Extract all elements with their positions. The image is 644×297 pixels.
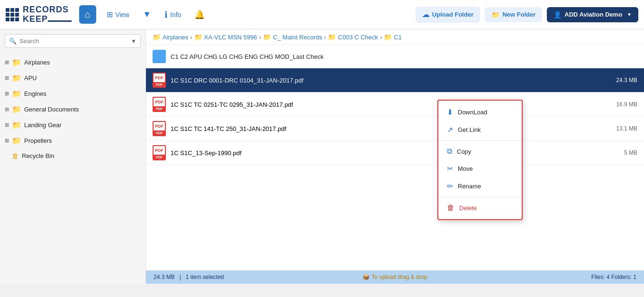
folder-icon: 📁 — [12, 136, 21, 145]
sidebar-item-label: APU — [24, 74, 37, 82]
header-right: ☁ Upload Folder 📁 New Folder 👤 ADD Aviat… — [416, 7, 638, 23]
pdf-icon: PDF PDF — [153, 73, 166, 88]
folder-name: C1 C2 APU CHG LG CHG ENG CHG MOD_Last Ch… — [171, 53, 324, 60]
sidebar: 🔍 ▼ ⊞ 📁 Airplanes ⊞ 📁 APU ⊞ 📁 Engines ⊞ — [0, 29, 146, 284]
expand-icon: ⊞ — [5, 122, 9, 128]
pdf-stripe: PDF — [154, 106, 165, 111]
context-get-link[interactable]: ↗ Get Link — [438, 121, 522, 139]
logo-area: RECORDS KEEP▬▬▬▬▬ — [6, 5, 72, 24]
expand-icon: ⊞ — [5, 138, 9, 144]
context-delete[interactable]: 🗑 Delete — [438, 199, 522, 216]
upload-label: Upload Folder — [432, 11, 473, 18]
upload-folder-button[interactable]: ☁ Upload Folder — [416, 7, 480, 23]
folder-icon: 📁 — [328, 33, 336, 41]
new-folder-button[interactable]: 📁 New Folder — [485, 7, 542, 22]
logo-text: RECORDS KEEP▬▬▬▬▬ — [23, 5, 72, 24]
breadcrumb-c003[interactable]: 📁 C003 C Check — [328, 33, 378, 41]
info-button[interactable]: ℹ Info — [162, 8, 184, 22]
home-button[interactable]: ⌂ — [79, 5, 96, 24]
sidebar-item-propellers[interactable]: ⊞ 📁 Propellers — [0, 133, 145, 148]
filter-button[interactable]: ▼ — [140, 8, 154, 21]
notification-button[interactable]: 🔔 — [191, 8, 208, 22]
search-bar[interactable]: 🔍 ▼ — [5, 34, 141, 48]
file-name: 1C S1C_13-Sep-1990.pdf — [171, 149, 619, 157]
file-name: 1C S1C TC 0251-TC 0295_31-JAN-2017.pdf — [171, 101, 611, 108]
status-upload-hint: 📦 To upload drag & drop — [363, 274, 427, 280]
chevron-down-icon: ▼ — [627, 12, 632, 17]
file-size: 24.3 MB — [616, 77, 637, 84]
layout: 🔍 ▼ ⊞ 📁 Airplanes ⊞ 📁 APU ⊞ 📁 Engines ⊞ — [0, 29, 644, 284]
bell-icon: 🔔 — [194, 9, 205, 20]
context-download-label: DownLoad — [458, 109, 487, 116]
view-icon: ⊞ — [107, 10, 113, 19]
new-folder-label: New Folder — [502, 11, 535, 18]
upload-hint-icon: 📦 — [363, 274, 370, 280]
sidebar-item-label: Propellers — [24, 137, 52, 144]
download-icon: ⬇ — [447, 108, 453, 117]
breadcrumb-label: Airplanes — [163, 34, 188, 41]
sidebar-item-general-docs[interactable]: ⊞ 📁 General Documents — [0, 102, 145, 117]
copy-icon: ⧉ — [447, 147, 452, 156]
breadcrumb-label: XA-VLC MSN 5996 — [204, 34, 257, 41]
file-name: 1C S1C TC 141-TC 250_31-JAN-2017.pdf — [171, 125, 611, 132]
sidebar-item-engines[interactable]: ⊞ 📁 Engines — [0, 86, 145, 102]
breadcrumb-airplanes[interactable]: 📁 Airplanes — [153, 33, 188, 41]
add-demo-label: ADD Aviation Demo — [564, 11, 622, 18]
context-get-link-label: Get Link — [458, 126, 481, 133]
upload-icon: ☁ — [422, 10, 429, 19]
move-icon: ✂ — [447, 164, 453, 173]
view-button[interactable]: ⊞ View — [104, 8, 132, 21]
context-delete-label: Delete — [459, 204, 477, 212]
folder-icon: 📁 — [384, 33, 392, 41]
folder-header: C1 C2 APU CHG LG CHG ENG CHG MOD_Last Ch… — [146, 45, 644, 68]
file-size: 5 MB — [624, 149, 637, 156]
context-copy[interactable]: ⧉ Copy — [438, 143, 522, 160]
status-files-folders: Files: 4 Folders: 1 — [591, 274, 636, 280]
folder-icon: 📁 — [153, 33, 161, 41]
breadcrumb-sep: › — [190, 34, 192, 41]
sidebar-item-apu[interactable]: ⊞ 📁 APU — [0, 70, 145, 86]
folder-icon: 📁 — [12, 121, 21, 130]
context-copy-label: Copy — [457, 148, 471, 155]
add-demo-button[interactable]: 👤 ADD Aviation Demo ▼ — [547, 7, 638, 22]
search-input[interactable] — [19, 37, 128, 45]
sidebar-item-recycle-bin[interactable]: ⊞ 🗑 Recycle Bin — [0, 148, 145, 163]
context-move[interactable]: ✂ Move — [438, 160, 522, 177]
file-row[interactable]: PDF PDF 1C S1C TC 141-TC 250_31-JAN-2017… — [146, 117, 644, 141]
breadcrumb-label: C1 — [394, 34, 402, 41]
breadcrumb-sep: › — [324, 34, 326, 41]
context-rename[interactable]: ✏ Rename — [438, 177, 522, 195]
breadcrumb-c1[interactable]: 📁 C1 — [384, 33, 402, 41]
pdf-icon: PDF PDF — [153, 97, 166, 112]
breadcrumb-c-maint[interactable]: 📁 C_ Maint Records — [263, 33, 322, 41]
file-row[interactable]: PDF PDF 1C S1C_13-Sep-1990.pdf 5 MB — [146, 141, 644, 165]
sidebar-item-label: General Documents — [24, 106, 79, 113]
main-panel: 📁 Airplanes › 📁 XA-VLC MSN 5996 › 📁 C_ M… — [146, 29, 644, 284]
folder-plus-icon: 📁 — [491, 11, 499, 19]
view-label: View — [115, 11, 129, 19]
context-download[interactable]: ⬇ DownLoad — [438, 103, 522, 121]
sidebar-item-landing-gear[interactable]: ⊞ 📁 Landing Gear — [0, 117, 145, 133]
folder-thumbnail — [153, 50, 166, 63]
expand-icon: ⊞ — [5, 59, 9, 65]
grid-icon[interactable] — [6, 8, 19, 21]
file-row[interactable]: PDF PDF 1C S1C DRC 0001-DRC 0104_31-JAN-… — [146, 68, 644, 93]
breadcrumb-xa-vlc[interactable]: 📁 XA-VLC MSN 5996 — [194, 33, 257, 41]
pdf-stripe: PDF — [154, 82, 165, 87]
user-icon: 👤 — [553, 11, 562, 19]
context-rename-label: Rename — [458, 183, 481, 190]
header: RECORDS KEEP▬▬▬▬▬ ⌂ ⊞ View ▼ ℹ Info 🔔 ☁ … — [0, 0, 644, 29]
logo-line1: RECORDS — [23, 5, 72, 15]
sidebar-item-airplanes[interactable]: ⊞ 📁 Airplanes — [0, 55, 145, 70]
folder-icon: 📁 — [263, 33, 271, 41]
breadcrumb-label: C003 C Check — [338, 34, 378, 41]
file-name: 1C S1C DRC 0001-DRC 0104_31-JAN-2017.pdf — [171, 77, 611, 84]
upload-hint-text: To upload drag & drop — [372, 274, 427, 280]
status-bar: 24.3 MB | 1 item selected 📦 To upload dr… — [146, 270, 644, 284]
delete-icon: 🗑 — [447, 204, 454, 212]
file-row[interactable]: PDF PDF 1C S1C TC 0251-TC 0295_31-JAN-20… — [146, 93, 644, 117]
chevron-down-icon[interactable]: ▼ — [131, 38, 136, 45]
pdf-stripe: PDF — [154, 130, 165, 135]
file-list: PDF PDF 1C S1C DRC 0001-DRC 0104_31-JAN-… — [146, 68, 644, 284]
recycle-bin-icon: 🗑 — [12, 152, 19, 160]
